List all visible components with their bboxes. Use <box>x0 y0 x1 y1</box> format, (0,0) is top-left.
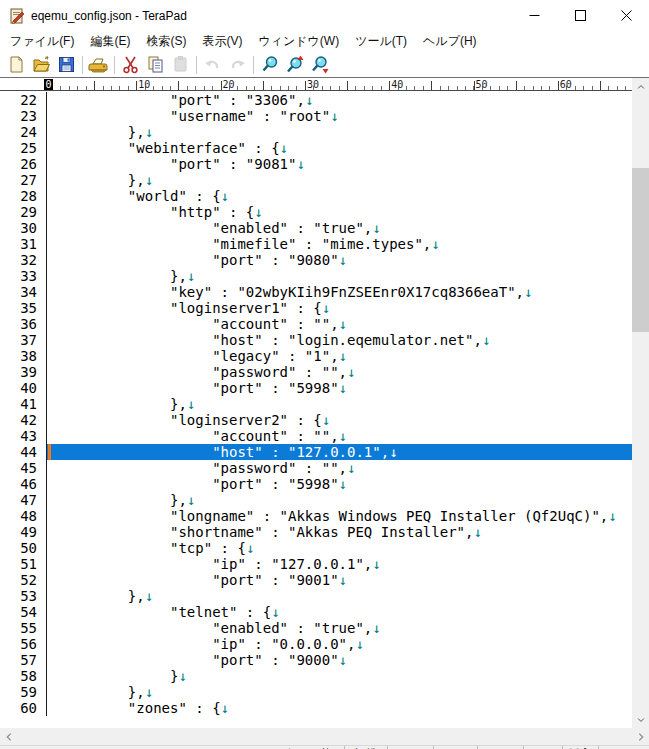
cut-button[interactable] <box>118 53 143 76</box>
editor-line-36[interactable]: 36 "account" : "",↓ <box>0 316 632 332</box>
crlf-marker-icon: ↓ <box>389 444 397 460</box>
vertical-scroll-thumb[interactable] <box>632 168 649 332</box>
editor-line-29[interactable]: 29 "http" : {↓ <box>0 204 632 220</box>
open-file-button[interactable] <box>29 53 54 76</box>
editor-line-53[interactable]: 53 },↓ <box>0 588 632 604</box>
code-text: }, <box>52 172 145 188</box>
editor-line-54[interactable]: 54 "telnet" : {↓ <box>0 604 632 620</box>
editor-line-34[interactable]: 34 "key" : "02wbyKIih9FnZSEEnr0X17cq8366… <box>0 284 632 300</box>
crlf-marker-icon: ↓ <box>372 556 380 572</box>
line-number: 34 <box>0 284 47 300</box>
scroll-left-icon[interactable] <box>0 728 17 745</box>
line-number: 59 <box>0 684 47 700</box>
code-text: "port" : "3306", <box>52 92 305 108</box>
save-file-button[interactable] <box>54 53 79 76</box>
crlf-marker-icon: ↓ <box>339 572 347 588</box>
editor-line-40[interactable]: 40 "port" : "5998"↓ <box>0 380 632 396</box>
search-next-button[interactable] <box>307 53 332 76</box>
status-bar: 44行: 1桁 標準 SJIS CRLF 挿入 <box>0 745 649 749</box>
scroll-down-icon[interactable] <box>632 711 649 728</box>
editor-line-23[interactable]: 23 "username" : "root"↓ <box>0 108 632 124</box>
line-number: 25 <box>0 140 47 156</box>
editor-line-27[interactable]: 27 },↓ <box>0 172 632 188</box>
line-number: 56 <box>0 636 47 652</box>
new-document-icon <box>7 55 26 74</box>
line-number: 42 <box>0 412 47 428</box>
editor-line-26[interactable]: 26 "port" : "9081"↓ <box>0 156 632 172</box>
editor-line-56[interactable]: 56 "ip" : "0.0.0.0",↓ <box>0 636 632 652</box>
mode-label: 標準 <box>354 746 378 749</box>
editor-line-22[interactable]: 22 "port" : "3306",↓ <box>0 92 632 108</box>
minimize-button[interactable] <box>511 0 557 31</box>
search-up-icon <box>285 55 305 74</box>
editor-line-48[interactable]: 48 "longname" : "Akkas Windows PEQ Insta… <box>0 508 632 524</box>
scroll-right-icon[interactable] <box>632 728 649 745</box>
toolbar-separator <box>82 56 83 74</box>
vertical-scrollbar[interactable] <box>632 78 649 728</box>
line-number: 49 <box>0 524 47 540</box>
crlf-marker-icon: ↓ <box>246 540 254 556</box>
editor-line-41[interactable]: 41 },↓ <box>0 396 632 412</box>
editor-line-58[interactable]: 58 }↓ <box>0 668 632 684</box>
editor-line-42[interactable]: 42 "loginserver2" : {↓ <box>0 412 632 428</box>
print-button[interactable] <box>86 53 111 76</box>
crlf-marker-icon: ↓ <box>339 652 347 668</box>
close-button[interactable] <box>603 0 649 31</box>
crlf-marker-icon: ↓ <box>322 300 330 316</box>
editor-line-31[interactable]: 31 "mimefile" : "mime.types",↓ <box>0 236 632 252</box>
horizontal-scrollbar[interactable] <box>0 728 649 745</box>
editor-line-47[interactable]: 47 },↓ <box>0 492 632 508</box>
code-text: "port" : "5998" <box>52 476 339 492</box>
editor-line-25[interactable]: 25 "webinterface" : {↓ <box>0 140 632 156</box>
crlf-marker-icon: ↓ <box>187 492 195 508</box>
copy-pages-icon <box>146 55 165 74</box>
editor-line-45[interactable]: 45 "password" : "",↓ <box>0 460 632 476</box>
menu-tool[interactable]: ツール(T) <box>347 31 415 52</box>
editor-line-43[interactable]: 43 "account" : "",↓ <box>0 428 632 444</box>
editor-line-32[interactable]: 32 "port" : "9080"↓ <box>0 252 632 268</box>
crlf-marker-icon: ↓ <box>372 620 380 636</box>
editor-line-50[interactable]: 50 "tcp" : {↓ <box>0 540 632 556</box>
editor-line-35[interactable]: 35 "loginserver1" : {↓ <box>0 300 632 316</box>
scroll-up-icon[interactable] <box>632 78 649 95</box>
editor-line-59[interactable]: 59 },↓ <box>0 684 632 700</box>
editor-line-30[interactable]: 30 "enabled" : "true",↓ <box>0 220 632 236</box>
editor-line-24[interactable]: 24 },↓ <box>0 124 632 140</box>
window-title: eqemu_config.json - TeraPad <box>31 9 187 23</box>
new-file-button[interactable] <box>4 53 29 76</box>
copy-button[interactable] <box>143 53 168 76</box>
editor-line-60[interactable]: 60 "zones" : {↓ <box>0 700 632 716</box>
editor-line-33[interactable]: 33 },↓ <box>0 268 632 284</box>
crlf-marker-icon: ↓ <box>347 460 355 476</box>
search-button[interactable] <box>257 53 282 76</box>
crlf-marker-icon: ↓ <box>145 684 153 700</box>
editor-line-57[interactable]: 57 "port" : "9000"↓ <box>0 652 632 668</box>
floppy-save-icon <box>57 55 76 74</box>
editor-area: 010203040506070 22 "port" : "3306",↓23 "… <box>0 77 649 728</box>
editor-line-39[interactable]: 39 "password" : "",↓ <box>0 364 632 380</box>
menu-bar: ファイル(F)編集(E)検索(S)表示(V)ウィンドウ(W)ツール(T)ヘルプ(… <box>0 31 649 52</box>
editor-line-44[interactable]: 44 "host" : "127.0.0.1",↓ <box>0 444 632 460</box>
editor-line-49[interactable]: 49 "shortname" : "Akkas PEQ Installer",↓ <box>0 524 632 540</box>
editor-line-52[interactable]: 52 "port" : "9001"↓ <box>0 572 632 588</box>
editor-rows[interactable]: 22 "port" : "3306",↓23 "username" : "roo… <box>0 92 632 728</box>
menu-view[interactable]: 表示(V) <box>194 31 250 52</box>
editor-line-28[interactable]: 28 "world" : {↓ <box>0 188 632 204</box>
editor-line-55[interactable]: 55 "enabled" : "true",↓ <box>0 620 632 636</box>
editor-line-46[interactable]: 46 "port" : "5998"↓ <box>0 476 632 492</box>
menu-window[interactable]: ウィンドウ(W) <box>250 31 347 52</box>
redo-button[interactable] <box>225 53 250 76</box>
menu-help[interactable]: ヘルプ(H) <box>415 31 485 52</box>
menu-file[interactable]: ファイル(F) <box>2 31 82 52</box>
paste-button[interactable] <box>168 53 193 76</box>
ruler-label-10: 10 <box>138 78 150 91</box>
search-previous-button[interactable] <box>282 53 307 76</box>
maximize-button[interactable] <box>557 0 603 31</box>
editor-line-37[interactable]: 37 "host" : "login.eqemulator.net",↓ <box>0 332 632 348</box>
editor-line-51[interactable]: 51 "ip" : "127.0.0.1",↓ <box>0 556 632 572</box>
menu-search[interactable]: 検索(S) <box>138 31 194 52</box>
code-text: "mimefile" : "mime.types", <box>52 236 431 252</box>
undo-button[interactable] <box>200 53 225 76</box>
editor-line-38[interactable]: 38 "legacy" : "1",↓ <box>0 348 632 364</box>
menu-edit[interactable]: 編集(E) <box>82 31 138 52</box>
